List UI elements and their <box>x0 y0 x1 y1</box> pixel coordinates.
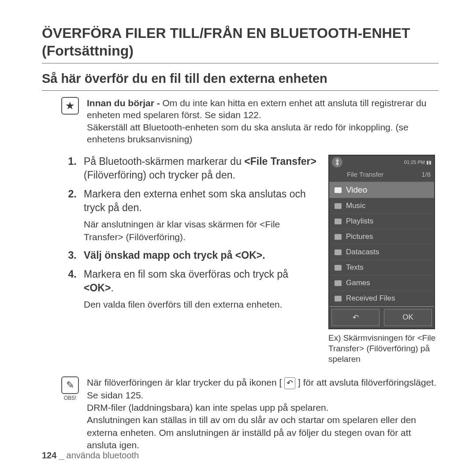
obs-p2: DRM-ﬁler (laddningsbara) kan inte spelas… <box>87 402 329 413</box>
step2-note: När anslutningen är klar visas skärmen f… <box>84 218 317 243</box>
obs-p3: Anslutningen kan ställas in till av om d… <box>87 415 416 450</box>
step4-note: Den valda ﬁlen överförs till den externa… <box>84 298 317 311</box>
list-item[interactable]: Playlists <box>329 214 434 229</box>
obs-block: ✎ OBS! När ﬁlöverföringen är klar trycke… <box>42 376 439 451</box>
list-item-label: Pictures <box>346 232 373 241</box>
list-item-label: Received Files <box>346 294 395 303</box>
list-item[interactable]: Pictures <box>329 229 434 245</box>
list-item-label: Datacasts <box>346 248 379 257</box>
list-item-label: Playlists <box>346 217 373 226</box>
step-4: Markera en ﬁl som ska överföras och tryc… <box>79 268 317 311</box>
step-3: Välj önskad mapp och tryck på <OK>. <box>79 249 317 262</box>
folder-icon <box>335 280 342 286</box>
intro-block: ★ Innan du börjar - Om du inte kan hitta… <box>42 97 439 145</box>
section-subtitle: Så här överför du en ﬁl till den externa… <box>42 71 439 91</box>
status-time: 01:25 PM ▮▮ <box>404 160 431 165</box>
folder-icon <box>335 296 342 301</box>
list-item[interactable]: Datacasts <box>329 245 434 260</box>
list-item[interactable]: Video <box>329 182 434 198</box>
ok-button[interactable]: OK <box>384 309 432 326</box>
page-title: ÖVERFÖRA FILER TILL/FRÅN EN BLUETOOTH-EN… <box>42 24 439 63</box>
phone-list: Video Music Playlists Pictures Datacasts… <box>329 182 434 306</box>
star-icon: ★ <box>61 97 79 115</box>
phone-caption: Ex) Skärmvisningen för <File Transfer> (… <box>328 333 439 364</box>
list-item[interactable]: Received Files <box>329 291 434 306</box>
step2-text: Markera den externa enhet som ska anslut… <box>84 188 306 213</box>
folder-icon <box>335 265 342 271</box>
footer-page: 124 _ <box>42 450 64 460</box>
list-item[interactable]: Texts <box>329 260 434 275</box>
step4-a: Markera en ﬁl som ska överföras och tryc… <box>84 268 288 280</box>
intro-line2: Säkerställ att Bluetooth-enheten som du … <box>87 122 409 144</box>
phone-header-label: File Transfer <box>347 171 383 178</box>
folder-icon <box>335 187 342 193</box>
folder-icon <box>335 249 342 255</box>
step1-a: På Bluetooth-skärmen markerar du <box>84 156 244 167</box>
list-item[interactable]: Music <box>329 198 434 214</box>
step4-c: . <box>111 282 113 294</box>
step4-b: <OK> <box>84 282 111 294</box>
list-item-label: Video <box>346 185 367 195</box>
step-1: På Bluetooth-skärmen markerar du <File T… <box>79 155 317 182</box>
page-footer: 124 _ använda bluetooth <box>42 450 139 461</box>
back-button[interactable]: ↶ <box>331 309 379 326</box>
footer-section: använda bluetooth <box>64 450 139 460</box>
phone-pager: 1/8 <box>421 171 431 178</box>
list-item-label: Texts <box>346 263 364 272</box>
intro-text: Innan du börjar - Om du inte kan hitta e… <box>87 97 439 145</box>
obs-p1a: När ﬁlöverföringen är klar trycker du på… <box>87 377 284 387</box>
folder-icon <box>335 203 342 209</box>
list-item-label: Music <box>346 201 365 210</box>
list-item-label: Games <box>346 279 370 287</box>
step1-c: (Filöverföring) och trycker på den. <box>84 169 235 181</box>
step3-text: Välj önskad mapp och tryck på <OK>. <box>84 249 265 261</box>
list-item[interactable]: Games <box>329 275 434 291</box>
phone-illustration: 01:25 PM ▮▮ File Transfer 1/8 Video Musi… <box>328 155 439 364</box>
step-2: Markera den externa enhet som ska anslut… <box>79 187 317 243</box>
folder-icon <box>335 234 342 240</box>
step1-b: <File Transfer> <box>244 156 316 167</box>
obs-text: När ﬁlöverföringen är klar trycker du på… <box>87 376 439 451</box>
bluetooth-icon <box>332 157 342 167</box>
steps-column: På Bluetooth-skärmen markerar du <File T… <box>42 155 317 316</box>
back-icon: ↶ <box>284 377 295 389</box>
folder-icon <box>335 219 342 224</box>
obs-label: OBS! <box>61 395 79 401</box>
intro-bold: Innan du börjar - <box>87 98 163 108</box>
pencil-icon: ✎ <box>61 376 79 394</box>
